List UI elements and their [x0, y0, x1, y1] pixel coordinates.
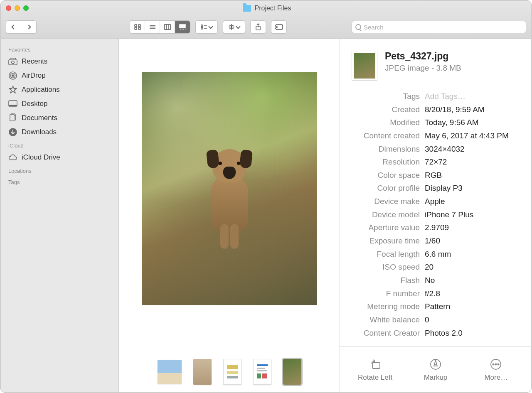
action-label: Rotate Left — [358, 373, 392, 382]
inspector-thumbnail — [352, 51, 377, 81]
metadata-value: No — [425, 275, 521, 286]
metadata-row: Exposure time1/60 — [340, 234, 521, 248]
back-button[interactable] — [6, 21, 21, 33]
view-column-button[interactable] — [160, 21, 175, 33]
metadata-row: Metering modePattern — [340, 300, 521, 313]
downloads-icon — [8, 128, 17, 137]
close-button[interactable] — [6, 5, 11, 11]
sidebar-item-applications[interactable]: Applications — [1, 83, 118, 97]
arrange-icon — [201, 25, 207, 29]
svg-rect-43 — [227, 376, 238, 378]
metadata-key: Exposure time — [340, 236, 425, 246]
preview-area — [119, 39, 340, 355]
view-gallery-button[interactable] — [175, 21, 190, 33]
sidebar-item-label: Downloads — [22, 128, 57, 136]
metadata-key: Dimensions — [340, 144, 425, 155]
metadata-value: Pattern — [425, 301, 521, 312]
markup-icon — [429, 358, 442, 371]
gallery-pane — [119, 39, 340, 392]
metadata-key: Metering mode — [340, 301, 425, 312]
preview-image[interactable] — [142, 72, 317, 305]
metadata-row: FlashNo — [340, 274, 521, 287]
view-icon-button[interactable] — [130, 21, 145, 33]
svg-rect-14 — [185, 29, 186, 29]
metadata-row: Color profileDisplay P3 — [340, 182, 521, 195]
metadata-key: Color space — [340, 170, 425, 181]
recents-icon — [8, 57, 17, 66]
sidebar-item-label: Desktop — [22, 100, 47, 108]
window-title: Project Files — [254, 5, 291, 12]
quick-actions: Rotate Left Markup More… — [340, 346, 531, 392]
svg-point-55 — [498, 364, 499, 365]
metadata-value: 72×72 — [425, 157, 521, 167]
search-input[interactable] — [364, 24, 522, 31]
thumbnail-item[interactable] — [223, 359, 241, 385]
metadata-key: Color profile — [340, 183, 425, 194]
svg-rect-3 — [138, 27, 140, 29]
metadata-value: 1/60 — [425, 236, 521, 246]
chevron-down-icon — [236, 24, 240, 29]
sidebar-item-documents[interactable]: Documents — [1, 111, 118, 125]
sidebar-item-label: Applications — [22, 86, 60, 94]
svg-rect-11 — [180, 29, 181, 29]
metadata-value: RGB — [425, 170, 521, 181]
svg-rect-49 — [372, 363, 380, 368]
arrange-menu[interactable] — [195, 20, 218, 34]
metadata-key: Aperture value — [340, 222, 425, 233]
metadata-value-placeholder[interactable]: Add Tags… — [425, 91, 521, 102]
metadata-row: Device makeApple — [340, 195, 521, 208]
sidebar-item-desktop[interactable]: Desktop — [1, 97, 118, 111]
sidebar-section-tags[interactable]: Tags — [1, 176, 118, 187]
svg-rect-48 — [262, 373, 267, 378]
tags-button[interactable] — [271, 20, 287, 34]
minimize-button[interactable] — [15, 5, 20, 11]
metadata-row: Color spaceRGB — [340, 169, 521, 182]
svg-rect-13 — [183, 29, 184, 29]
metadata-row: ISO speed20 — [340, 260, 521, 274]
forward-button[interactable] — [21, 21, 36, 33]
sidebar-item-icloud-drive[interactable]: iCloud Drive — [1, 150, 118, 165]
sidebar-item-label: Documents — [22, 114, 57, 122]
svg-rect-47 — [257, 373, 261, 378]
metadata-row: TagsAdd Tags… — [340, 90, 521, 103]
chevron-left-icon — [11, 25, 16, 29]
svg-rect-16 — [201, 27, 203, 29]
action-menu[interactable] — [223, 20, 245, 34]
metadata-value: 20 — [425, 262, 521, 273]
view-list-button[interactable] — [145, 21, 160, 33]
view-mode-group — [130, 20, 190, 34]
gear-icon — [228, 24, 235, 30]
zoom-button[interactable] — [23, 5, 29, 11]
content: Favorites Recents AirDrop Applications D… — [1, 39, 531, 392]
metadata-value: 8/20/18, 9:59 AM — [425, 104, 521, 115]
dog-illustration — [196, 141, 263, 249]
action-markup[interactable]: Markup — [409, 358, 463, 382]
search-field[interactable] — [352, 21, 526, 33]
sidebar-item-downloads[interactable]: Downloads — [1, 125, 118, 139]
action-more[interactable]: More… — [469, 358, 523, 382]
svg-rect-10 — [180, 25, 185, 28]
thumbnail-item[interactable] — [193, 359, 212, 385]
svg-rect-41 — [227, 365, 238, 369]
metadata-row: Content CreatorPhotos 2.0 — [340, 327, 521, 340]
thumbnail-item[interactable] — [253, 359, 271, 385]
file-kind-size: JPEG image - 3.8 MB — [385, 64, 461, 73]
sidebar-section-locations[interactable]: Locations — [1, 165, 118, 176]
svg-rect-38 — [9, 105, 17, 106]
sidebar-item-recents[interactable]: Recents — [1, 54, 118, 69]
thumbnail-item-selected[interactable] — [283, 359, 301, 385]
svg-point-53 — [493, 364, 494, 365]
metadata-value: f/2.8 — [425, 288, 521, 299]
action-rotate-left[interactable]: Rotate Left — [348, 358, 402, 382]
svg-point-54 — [495, 364, 497, 365]
svg-rect-1 — [138, 25, 140, 27]
sidebar-item-label: AirDrop — [22, 71, 46, 80]
share-button[interactable] — [250, 20, 266, 34]
thumbnail-item[interactable] — [158, 360, 182, 384]
metadata-value: 2.9709 — [425, 222, 521, 233]
svg-rect-0 — [135, 25, 137, 27]
metadata-value: May 6, 2017 at 4:43 PM — [425, 130, 521, 141]
sidebar-item-airdrop[interactable]: AirDrop — [1, 69, 118, 83]
metadata-row: F numberf/2.8 — [340, 287, 521, 300]
metadata-key: ISO speed — [340, 262, 425, 273]
